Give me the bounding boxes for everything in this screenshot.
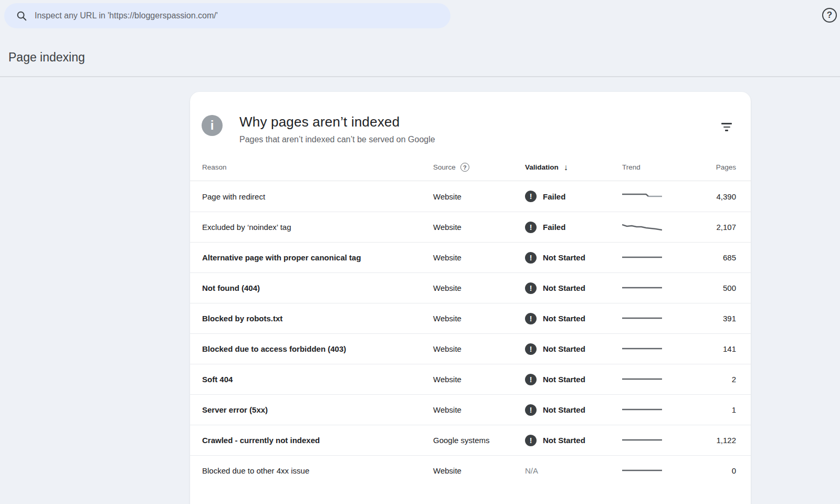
table-row[interactable]: Excluded by ‘noindex’ tagWebsite!Failed2…: [190, 212, 751, 242]
filter-icon[interactable]: [720, 121, 733, 133]
trend-sparkline: [622, 191, 662, 202]
trend-sparkline: [622, 222, 662, 233]
trend-sparkline: [622, 313, 662, 324]
trend-sparkline: [622, 405, 662, 415]
pages-cell: 4,390: [716, 192, 736, 201]
validation-cell: !Not Started: [525, 374, 622, 385]
reason-cell[interactable]: Crawled - currently not indexed: [202, 436, 433, 445]
card-subtitle: Pages that aren’t indexed can’t be serve…: [239, 135, 720, 144]
table-row[interactable]: Not found (404)Website!Not Started500: [190, 272, 751, 303]
validation-cell: !Not Started: [525, 435, 622, 446]
source-cell: Website: [433, 375, 525, 384]
validation-cell: N/A: [525, 466, 622, 475]
pages-cell: 1,122: [716, 436, 736, 445]
validation-label: Failed: [543, 192, 565, 201]
validation-label: Not Started: [543, 405, 585, 414]
why-pages-not-indexed-card: i Why pages aren’t indexed Pages that ar…: [190, 92, 751, 504]
header-source[interactable]: Source ?: [433, 163, 525, 172]
validation-label: Not Started: [543, 284, 585, 292]
url-inspect-input[interactable]: [35, 11, 440, 20]
top-bar: ?: [0, 0, 840, 32]
table-row[interactable]: Blocked due to access forbidden (403)Web…: [190, 333, 751, 364]
validation-cell: !Failed: [525, 222, 622, 233]
pages-cell: 0: [732, 466, 736, 475]
header-reason[interactable]: Reason: [202, 163, 433, 171]
sort-desc-icon: ↓: [564, 163, 568, 172]
validation-alert-icon: !: [525, 313, 537, 324]
validation-alert-icon: !: [525, 191, 537, 202]
page-divider: [0, 76, 840, 77]
trend-sparkline: [622, 435, 662, 446]
trend-cell: [622, 283, 706, 293]
reason-cell[interactable]: Blocked due to other 4xx issue: [202, 466, 433, 475]
trend-sparkline: [622, 283, 662, 293]
reason-cell[interactable]: Excluded by ‘noindex’ tag: [202, 223, 433, 232]
issues-table: Reason Source ? Validation ↓ Trend Pages…: [190, 154, 751, 486]
table-row[interactable]: Server error (5xx)Website!Not Started1: [190, 394, 751, 425]
validation-label: Not Started: [543, 253, 585, 262]
reason-cell[interactable]: Blocked by robots.txt: [202, 314, 433, 323]
source-cell: Website: [433, 344, 525, 353]
pages-cell: 1: [732, 405, 736, 414]
trend-sparkline: [622, 374, 662, 385]
pages-cell: 2: [732, 375, 736, 384]
header-trend[interactable]: Trend: [622, 163, 706, 171]
reason-cell[interactable]: Not found (404): [202, 284, 433, 292]
validation-alert-icon: !: [525, 435, 537, 446]
header-pages[interactable]: Pages: [716, 163, 736, 171]
validation-alert-icon: !: [525, 374, 537, 385]
trend-sparkline: [622, 253, 662, 263]
reason-cell[interactable]: Blocked due to access forbidden (403): [202, 344, 433, 353]
validation-alert-icon: !: [525, 282, 537, 294]
table-row[interactable]: Crawled - currently not indexedGoogle sy…: [190, 425, 751, 455]
validation-label: N/A: [525, 466, 538, 475]
trend-sparkline: [622, 466, 662, 476]
validation-alert-icon: !: [525, 222, 537, 233]
info-icon: i: [202, 115, 223, 136]
pages-cell: 391: [723, 314, 736, 323]
reason-cell[interactable]: Soft 404: [202, 375, 433, 384]
source-cell: Website: [433, 284, 525, 292]
validation-cell: !Not Started: [525, 252, 622, 264]
reason-cell[interactable]: Page with redirect: [202, 192, 433, 201]
card-header: i Why pages aren’t indexed Pages that ar…: [190, 92, 751, 144]
header-validation-label: Validation: [525, 163, 559, 171]
trend-cell: [622, 191, 706, 202]
pages-cell: 141: [723, 344, 736, 353]
reason-cell[interactable]: Alternative page with proper canonical t…: [202, 253, 433, 262]
source-cell: Website: [433, 466, 525, 475]
card-title: Why pages aren’t indexed: [239, 114, 720, 130]
source-cell: Google systems: [433, 436, 525, 445]
reason-cell[interactable]: Server error (5xx): [202, 405, 433, 414]
validation-alert-icon: !: [525, 252, 537, 264]
validation-cell: !Not Started: [525, 404, 622, 416]
trend-cell: [622, 466, 706, 476]
table-row[interactable]: Blocked by robots.txtWebsite!Not Started…: [190, 303, 751, 333]
validation-label: Not Started: [543, 375, 585, 384]
validation-cell: !Not Started: [525, 282, 622, 294]
pages-cell: 500: [723, 284, 736, 292]
validation-label: Failed: [543, 223, 565, 232]
url-inspection-searchbar[interactable]: [4, 3, 450, 28]
table-row[interactable]: Page with redirectWebsite!Failed4,390: [190, 181, 751, 212]
source-cell: Website: [433, 192, 525, 201]
header-validation[interactable]: Validation ↓: [525, 163, 622, 172]
validation-cell: !Not Started: [525, 313, 622, 324]
source-cell: Website: [433, 314, 525, 323]
pages-cell: 685: [723, 253, 736, 262]
validation-alert-icon: !: [525, 343, 537, 355]
trend-cell: [622, 374, 706, 385]
source-help-icon[interactable]: ?: [460, 163, 469, 172]
table-row[interactable]: Blocked due to other 4xx issueWebsiteN/A…: [190, 455, 751, 486]
header-source-label: Source: [433, 163, 456, 171]
trend-cell: [622, 253, 706, 263]
source-cell: Website: [433, 405, 525, 414]
help-icon[interactable]: ?: [822, 8, 837, 23]
trend-cell: [622, 344, 706, 354]
table-header-row: Reason Source ? Validation ↓ Trend Pages: [190, 154, 751, 181]
table-body: Page with redirectWebsite!Failed4,390Exc…: [190, 181, 751, 486]
page-title: Page indexing: [8, 50, 840, 65]
table-row[interactable]: Alternative page with proper canonical t…: [190, 242, 751, 272]
search-icon: [16, 10, 27, 22]
table-row[interactable]: Soft 404Website!Not Started2: [190, 364, 751, 394]
